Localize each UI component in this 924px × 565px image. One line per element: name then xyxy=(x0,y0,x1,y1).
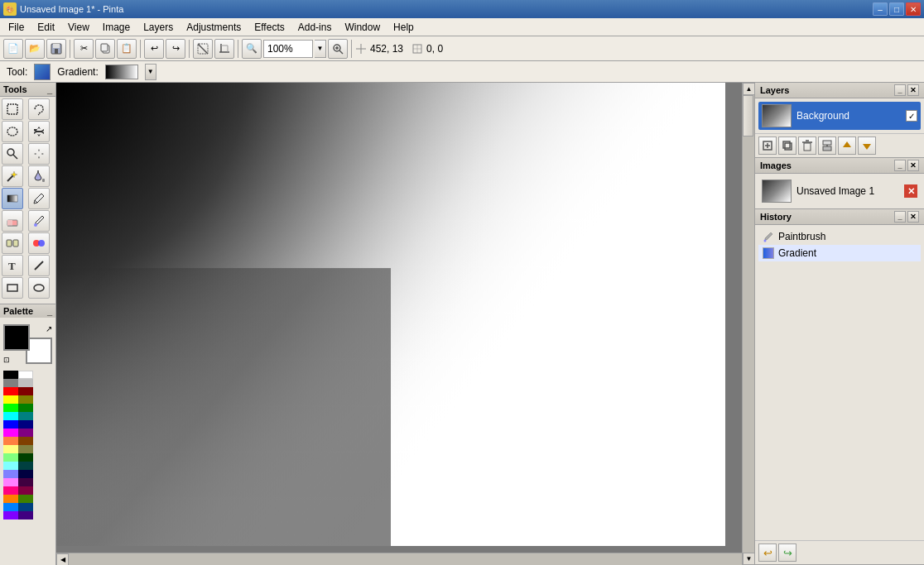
history-item-gradient[interactable]: Gradient xyxy=(758,245,921,261)
palette-color-darkviolet[interactable] xyxy=(18,511,33,520)
palette-color-gray[interactable] xyxy=(3,379,18,387)
tools-close[interactable]: _ xyxy=(47,84,52,94)
palette-color-periwinkle[interactable] xyxy=(3,470,18,478)
zoom-out-button[interactable]: 🔍 xyxy=(242,39,262,59)
scroll-up-arrow[interactable]: ▲ xyxy=(743,83,754,95)
scroll-left-arrow[interactable]: ◀ xyxy=(56,553,69,566)
text-tool[interactable]: T xyxy=(2,255,23,276)
palette-color-navy[interactable] xyxy=(18,420,33,429)
palette-close[interactable]: _ xyxy=(47,306,52,316)
zoom-view-tool[interactable] xyxy=(2,143,23,165)
palette-color-darkorange[interactable] xyxy=(3,495,18,503)
menu-window[interactable]: Window xyxy=(338,20,387,35)
move-layer-up-button[interactable] xyxy=(838,136,856,155)
palette-color-white[interactable] xyxy=(18,371,33,379)
recolor-tool[interactable] xyxy=(28,232,50,254)
palette-color-darkblue2[interactable] xyxy=(18,503,33,511)
palette-color-black[interactable] xyxy=(3,371,18,379)
move-tool[interactable] xyxy=(28,121,50,142)
main-canvas[interactable] xyxy=(56,83,725,546)
paintbrush-tool[interactable] xyxy=(28,210,50,232)
history-redo-button[interactable]: ↪ xyxy=(778,543,796,562)
palette-color-yellow[interactable] xyxy=(3,395,18,404)
palette-color-lightgreen[interactable] xyxy=(3,453,18,462)
rect-shape-tool[interactable] xyxy=(2,277,23,299)
duplicate-layer-button[interactable] xyxy=(778,136,796,155)
foreground-color-swatch[interactable] xyxy=(3,324,30,351)
gradient-dropdown-arrow[interactable]: ▼ xyxy=(145,64,156,80)
image-item[interactable]: Unsaved Image 1 ✕ xyxy=(758,177,921,205)
palette-color-lightpink[interactable] xyxy=(3,478,18,486)
close-button[interactable]: ✕ xyxy=(906,2,921,16)
menu-edit[interactable]: Edit xyxy=(31,20,61,35)
menu-image[interactable]: Image xyxy=(96,20,137,35)
add-layer-button[interactable] xyxy=(758,136,777,155)
palette-color-red[interactable] xyxy=(3,387,18,395)
ellipse-shape-tool[interactable] xyxy=(28,277,50,299)
paint-bucket-tool[interactable] xyxy=(28,165,50,187)
layers-minimize-button[interactable]: _ xyxy=(894,84,906,96)
menu-adjustments[interactable]: Adjustments xyxy=(180,20,248,35)
palette-color-cyan[interactable] xyxy=(3,412,18,420)
palette-color-orange[interactable] xyxy=(3,437,18,445)
palette-color-silver[interactable] xyxy=(18,379,33,387)
palette-color-azure[interactable] xyxy=(3,503,18,511)
undo-button[interactable]: ↩ xyxy=(144,39,164,59)
deselect-button[interactable] xyxy=(193,39,213,59)
minimize-button[interactable]: – xyxy=(873,2,888,16)
palette-color-rose[interactable] xyxy=(3,486,18,495)
ellipse-select-tool[interactable] xyxy=(2,121,23,142)
palette-color-lightcyan[interactable] xyxy=(3,462,18,470)
canvas-scroll-area[interactable] xyxy=(56,83,754,553)
layer-visibility-toggle[interactable]: ✓ xyxy=(906,110,917,122)
palette-color-lightyellow[interactable] xyxy=(3,445,18,453)
menu-addins[interactable]: Add-ins xyxy=(291,20,339,35)
gradient-fill-tool[interactable] xyxy=(2,188,23,209)
rectangle-select-tool[interactable] xyxy=(2,98,23,120)
move-layer-down-button[interactable] xyxy=(858,136,876,155)
palette-color-darknavy[interactable] xyxy=(18,470,33,478)
new-button[interactable]: 📄 xyxy=(3,39,23,59)
maximize-button[interactable]: □ xyxy=(889,2,904,16)
reset-colors-icon[interactable]: ⊡ xyxy=(3,356,10,364)
layers-close-button[interactable]: ✕ xyxy=(907,84,919,96)
crop-button[interactable] xyxy=(214,39,234,59)
palette-color-chartreuse[interactable] xyxy=(18,495,33,503)
zoom-input[interactable]: 100% xyxy=(263,40,313,58)
palette-color-brown[interactable] xyxy=(18,437,33,445)
swap-colors-icon[interactable]: ↗ xyxy=(46,324,52,333)
copy-button[interactable] xyxy=(95,39,115,59)
cut-button[interactable]: ✂ xyxy=(74,39,94,59)
layer-item-background[interactable]: Background ✓ xyxy=(758,102,921,130)
scroll-thumb-vertical[interactable] xyxy=(743,95,753,136)
palette-color-olive[interactable] xyxy=(18,395,33,404)
palette-color-darkgreen[interactable] xyxy=(18,453,33,462)
palette-color-green[interactable] xyxy=(18,404,33,412)
palette-color-blue[interactable] xyxy=(3,420,18,429)
menu-view[interactable]: View xyxy=(61,20,96,35)
history-item-paintbrush[interactable]: Paintbrush xyxy=(758,228,921,245)
menu-effects[interactable]: Effects xyxy=(248,20,291,35)
tool-color-swatch[interactable] xyxy=(34,64,51,80)
palette-color-violet[interactable] xyxy=(3,511,18,520)
eraser-tool[interactable] xyxy=(2,210,23,232)
open-button[interactable]: 📂 xyxy=(25,39,45,59)
paste-button[interactable]: 📋 xyxy=(117,39,137,59)
palette-color-teal[interactable] xyxy=(18,412,33,420)
clone-tool[interactable] xyxy=(2,232,23,254)
images-close-button[interactable]: ✕ xyxy=(907,160,919,171)
menu-layers[interactable]: Layers xyxy=(137,20,180,35)
images-minimize-button[interactable]: _ xyxy=(894,160,906,171)
menu-help[interactable]: Help xyxy=(387,20,421,35)
menu-file[interactable]: File xyxy=(2,20,31,35)
palette-color-darkpurple[interactable] xyxy=(18,478,33,486)
delete-layer-button[interactable] xyxy=(798,136,816,155)
history-minimize-button[interactable]: _ xyxy=(894,211,906,223)
palette-color-magenta[interactable] xyxy=(3,429,18,437)
redo-button[interactable]: ↪ xyxy=(166,39,185,59)
line-tool[interactable] xyxy=(28,255,50,276)
palette-color-darkyellow[interactable] xyxy=(18,445,33,453)
pan-tool[interactable] xyxy=(28,143,50,165)
scroll-track-horizontal[interactable] xyxy=(69,553,742,565)
lasso-select-tool[interactable] xyxy=(28,98,50,120)
